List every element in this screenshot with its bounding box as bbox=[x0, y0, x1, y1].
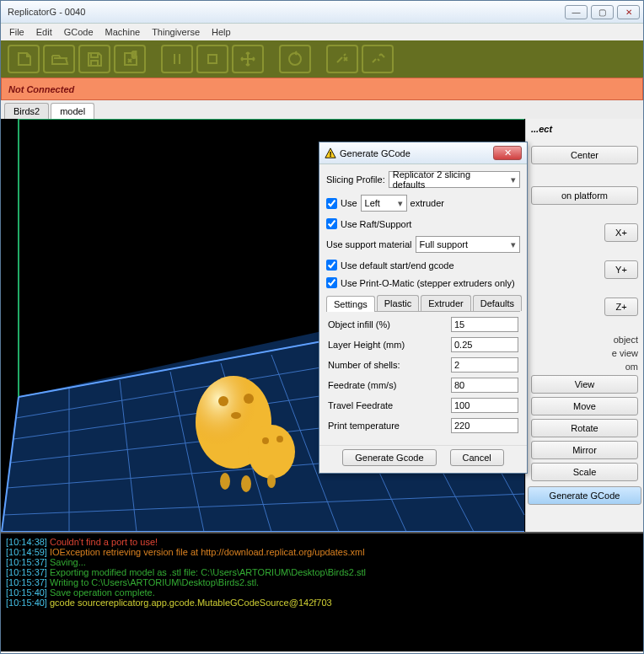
print-o-matic-checkbox[interactable] bbox=[326, 277, 337, 288]
svg-point-33 bbox=[276, 436, 283, 442]
close-button[interactable]: ✕ bbox=[617, 5, 640, 19]
dialog-title: Generate GCode bbox=[340, 148, 411, 158]
generate-gcode-icon[interactable]: g bbox=[114, 45, 146, 73]
slicing-profile-select[interactable]: Replicator 2 slicing defaults bbox=[389, 171, 520, 188]
view-button[interactable]: View bbox=[531, 375, 638, 394]
svg-point-35 bbox=[241, 475, 251, 492]
save-icon[interactable] bbox=[78, 45, 110, 73]
scale-button[interactable]: Scale bbox=[531, 463, 638, 481]
travel-feedrate-input[interactable] bbox=[451, 398, 518, 413]
new-icon[interactable] bbox=[8, 45, 40, 73]
generate-gcode-confirm-button[interactable]: Generate Gcode bbox=[342, 449, 436, 466]
shells-label: Number of shells: bbox=[328, 360, 448, 370]
sidebar-title: ...ect bbox=[531, 124, 638, 134]
document-tabs: Birds2 model bbox=[1, 100, 643, 119]
window-titlebar: ReplicatorG - 0040 — ▢ ✕ bbox=[1, 1, 643, 24]
print-o-matic-label: Use Print-O-Matic (stepper extruders onl… bbox=[341, 278, 515, 288]
x-plus-button[interactable]: X+ bbox=[604, 223, 638, 242]
svg-text:g: g bbox=[131, 49, 137, 58]
on-platform-button[interactable]: on platform bbox=[531, 186, 638, 205]
shells-input[interactable] bbox=[451, 357, 518, 373]
use-extruder-checkbox[interactable] bbox=[326, 198, 337, 209]
dialog-close-button[interactable]: ✕ bbox=[493, 146, 522, 160]
toolbar: g bbox=[1, 40, 643, 78]
layer-height-label: Layer Height (mm) bbox=[328, 340, 448, 350]
reset-icon[interactable] bbox=[279, 45, 311, 73]
svg-point-28 bbox=[248, 425, 295, 479]
menu-gcode[interactable]: GCode bbox=[59, 25, 99, 39]
use-raft-checkbox[interactable] bbox=[326, 218, 337, 229]
pause-icon[interactable] bbox=[161, 45, 193, 73]
generate-gcode-dialog: ! Generate GCode ✕ Slicing Profile: Repl… bbox=[319, 142, 528, 474]
move-button[interactable]: Move bbox=[531, 397, 638, 415]
open-icon[interactable] bbox=[43, 45, 75, 73]
default-gcode-checkbox[interactable] bbox=[326, 260, 337, 271]
hint-view: e view bbox=[531, 348, 638, 358]
svg-point-31 bbox=[231, 412, 241, 419]
feedrate-input[interactable] bbox=[451, 378, 518, 393]
stop-icon[interactable] bbox=[196, 45, 228, 73]
menu-machine[interactable]: Machine bbox=[100, 25, 146, 39]
menu-file[interactable]: File bbox=[4, 25, 30, 39]
print-temp-label: Print temperature bbox=[328, 421, 448, 431]
extruder-suffix: extruder bbox=[411, 198, 444, 208]
disconnect-icon[interactable] bbox=[362, 45, 394, 73]
menu-thingiverse[interactable]: Thingiverse bbox=[147, 25, 205, 39]
maximize-button[interactable]: ▢ bbox=[591, 5, 614, 19]
minimize-button[interactable]: — bbox=[565, 5, 588, 19]
use-raft-label: Use Raft/Support bbox=[341, 219, 411, 229]
svg-text:!: ! bbox=[329, 148, 331, 158]
print-temp-input[interactable] bbox=[451, 418, 518, 433]
svg-point-30 bbox=[244, 394, 254, 404]
connect-icon[interactable] bbox=[326, 45, 358, 73]
console-log: [10:14:38] Couldn't find a port to use![… bbox=[1, 532, 643, 651]
tab-plastic[interactable]: Plastic bbox=[377, 295, 419, 311]
rotate-button[interactable]: Rotate bbox=[531, 419, 638, 437]
svg-point-36 bbox=[267, 474, 276, 488]
mirror-button[interactable]: Mirror bbox=[531, 441, 638, 459]
menu-edit[interactable]: Edit bbox=[31, 25, 57, 39]
feedrate-label: Feedrate (mm/s) bbox=[328, 380, 448, 390]
object-sidebar: ...ect Center on platform X+ Y+ Z+ objec… bbox=[525, 119, 643, 532]
svg-rect-1 bbox=[208, 55, 217, 63]
cancel-button[interactable]: Cancel bbox=[450, 449, 504, 466]
tab-settings[interactable]: Settings bbox=[326, 296, 375, 312]
tab-model[interactable]: model bbox=[51, 103, 94, 119]
default-gcode-label: Use default start/end gcode bbox=[341, 260, 454, 271]
warning-icon: ! bbox=[325, 147, 336, 159]
menu-bar: File Edit GCode Machine Thingiverse Help bbox=[1, 24, 643, 40]
layer-height-input[interactable] bbox=[451, 337, 518, 352]
y-plus-button[interactable]: Y+ bbox=[604, 260, 638, 279]
menu-help[interactable]: Help bbox=[207, 25, 236, 39]
generate-gcode-button[interactable]: Generate GCode bbox=[528, 486, 641, 505]
svg-point-34 bbox=[220, 473, 230, 490]
support-material-select[interactable]: Full support bbox=[416, 236, 521, 253]
svg-point-32 bbox=[262, 437, 269, 444]
hint-om: om bbox=[531, 362, 638, 372]
move-panel-icon[interactable] bbox=[232, 45, 264, 73]
travel-feedrate-label: Travel Feedrate bbox=[328, 400, 448, 410]
infill-label: Object infill (%) bbox=[328, 319, 448, 330]
slicing-profile-label: Slicing Profile: bbox=[326, 174, 385, 185]
tab-birds2[interactable]: Birds2 bbox=[4, 103, 49, 119]
infill-input[interactable] bbox=[451, 317, 518, 332]
app-title: ReplicatorG - 0040 bbox=[8, 7, 85, 17]
use-label: Use bbox=[341, 198, 357, 208]
z-plus-button[interactable]: Z+ bbox=[604, 298, 638, 316]
hint-object: object bbox=[531, 335, 638, 345]
svg-point-2 bbox=[289, 53, 301, 65]
center-button[interactable]: Center bbox=[531, 146, 638, 164]
svg-point-29 bbox=[218, 396, 228, 406]
connection-status: Not Connected bbox=[1, 78, 643, 100]
tab-defaults[interactable]: Defaults bbox=[473, 295, 522, 311]
extruder-side-select[interactable]: Left bbox=[361, 195, 407, 212]
tab-extruder[interactable]: Extruder bbox=[421, 295, 471, 311]
support-material-label: Use support material bbox=[326, 239, 412, 249]
